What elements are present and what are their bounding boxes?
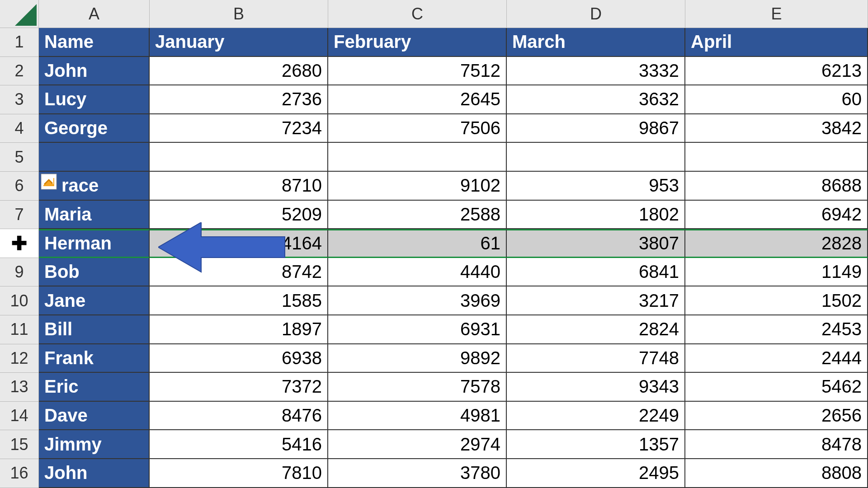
cell-c6[interactable]: 9102 <box>328 172 507 201</box>
row-header-6[interactable]: 6 <box>0 172 39 201</box>
cell-c12[interactable]: 9892 <box>328 344 507 373</box>
cell-e6[interactable]: 8688 <box>685 172 868 201</box>
cell-d11[interactable]: 2824 <box>507 315 685 344</box>
cell-d7[interactable]: 1802 <box>507 201 685 230</box>
cell-a13[interactable]: Eric <box>39 373 150 402</box>
row-header-4[interactable]: 4 <box>0 114 39 143</box>
cell-d6[interactable]: 953 <box>507 172 685 201</box>
cell-c4[interactable]: 7506 <box>328 114 507 143</box>
select-all-corner[interactable] <box>0 0 39 28</box>
cell-d16[interactable]: 2495 <box>507 459 685 488</box>
cell-b2[interactable]: 2680 <box>150 57 328 86</box>
cell-d8[interactable]: 3807 <box>507 229 685 258</box>
cell-b8[interactable]: 4164 <box>150 229 328 258</box>
cell-c8[interactable]: 61 <box>328 229 507 258</box>
cell-e15[interactable]: 8478 <box>685 430 868 459</box>
cell-b3[interactable]: 2736 <box>150 85 328 114</box>
row-header-7[interactable]: 7 <box>0 201 39 230</box>
cell-a10[interactable]: Jane <box>39 286 150 315</box>
cell-b6[interactable]: 8710 <box>150 172 328 201</box>
cell-c5[interactable] <box>328 143 507 172</box>
row-header-3[interactable]: 3 <box>0 85 39 114</box>
cell-e2[interactable]: 6213 <box>685 57 868 86</box>
cell-e8[interactable]: 2828 <box>685 229 868 258</box>
cell-a5[interactable] <box>39 143 150 172</box>
cell-c9[interactable]: 4440 <box>328 258 507 287</box>
row-header-11[interactable]: 11 <box>0 315 39 344</box>
column-header-e[interactable]: E <box>685 0 868 28</box>
cell-b16[interactable]: 7810 <box>150 459 328 488</box>
cell-a9[interactable]: Bob <box>39 258 150 287</box>
row-header-2[interactable]: 2 <box>0 57 39 86</box>
cell-c13[interactable]: 7578 <box>328 373 507 402</box>
cell-c3[interactable]: 2645 <box>328 85 507 114</box>
column-header-c[interactable]: C <box>328 0 507 28</box>
cell-b12[interactable]: 6938 <box>150 344 328 373</box>
cell-c15[interactable]: 2974 <box>328 430 507 459</box>
row-header-16[interactable]: 16 <box>0 459 39 488</box>
row-header-14[interactable]: 14 <box>0 402 39 431</box>
cell-c1[interactable]: February <box>328 28 507 57</box>
cell-a4[interactable]: George <box>39 114 150 143</box>
cell-b4[interactable]: 7234 <box>150 114 328 143</box>
cell-b1[interactable]: January <box>150 28 328 57</box>
cell-b13[interactable]: 7372 <box>150 373 328 402</box>
cell-b9[interactable]: 8742 <box>150 258 328 287</box>
cell-e14[interactable]: 2656 <box>685 402 868 431</box>
cell-d14[interactable]: 2249 <box>507 402 685 431</box>
cell-b11[interactable]: 1897 <box>150 315 328 344</box>
cell-c16[interactable]: 3780 <box>328 459 507 488</box>
cell-a8[interactable]: Herman <box>39 229 150 258</box>
row-header-8[interactable]: ✚ <box>0 229 39 258</box>
cell-d2[interactable]: 3332 <box>507 57 685 86</box>
column-header-d[interactable]: D <box>507 0 685 28</box>
cell-d9[interactable]: 6841 <box>507 258 685 287</box>
cell-b7[interactable]: 5209 <box>150 201 328 230</box>
cell-d10[interactable]: 3217 <box>507 286 685 315</box>
cell-c2[interactable]: 7512 <box>328 57 507 86</box>
cell-e4[interactable]: 3842 <box>685 114 868 143</box>
column-header-a[interactable]: A <box>39 0 150 28</box>
cell-b5[interactable] <box>150 143 328 172</box>
cell-c11[interactable]: 6931 <box>328 315 507 344</box>
cell-d3[interactable]: 3632 <box>507 85 685 114</box>
cell-c14[interactable]: 4981 <box>328 402 507 431</box>
row-header-15[interactable]: 15 <box>0 430 39 459</box>
cell-d4[interactable]: 9867 <box>507 114 685 143</box>
cell-a6[interactable]: race <box>39 172 150 201</box>
cell-a7[interactable]: Maria <box>39 201 150 230</box>
cell-b14[interactable]: 8476 <box>150 402 328 431</box>
cell-c10[interactable]: 3969 <box>328 286 507 315</box>
cell-d5[interactable] <box>507 143 685 172</box>
cell-d1[interactable]: March <box>507 28 685 57</box>
cell-a1[interactable]: Name <box>39 28 150 57</box>
row-header-13[interactable]: 13 <box>0 373 39 402</box>
row-header-1[interactable]: 1 <box>0 28 39 57</box>
cell-e13[interactable]: 5462 <box>685 373 868 402</box>
cell-a12[interactable]: Frank <box>39 344 150 373</box>
cell-e11[interactable]: 2453 <box>685 315 868 344</box>
cell-a2[interactable]: John <box>39 57 150 86</box>
cell-e16[interactable]: 8808 <box>685 459 868 488</box>
cell-e3[interactable]: 60 <box>685 85 868 114</box>
cell-d12[interactable]: 7748 <box>507 344 685 373</box>
paste-options-icon[interactable] <box>40 173 58 191</box>
row-header-9[interactable]: 9 <box>0 258 39 287</box>
row-header-12[interactable]: 12 <box>0 344 39 373</box>
cell-d13[interactable]: 9343 <box>507 373 685 402</box>
row-header-10[interactable]: 10 <box>0 286 39 315</box>
cell-e5[interactable] <box>685 143 868 172</box>
cell-a15[interactable]: Jimmy <box>39 430 150 459</box>
cell-a14[interactable]: Dave <box>39 402 150 431</box>
row-header-5[interactable]: 5 <box>0 143 39 172</box>
cell-b10[interactable]: 1585 <box>150 286 328 315</box>
cell-b15[interactable]: 5416 <box>150 430 328 459</box>
column-header-b[interactable]: B <box>150 0 328 28</box>
cell-e1[interactable]: April <box>685 28 868 57</box>
cell-e9[interactable]: 1149 <box>685 258 868 287</box>
cell-a3[interactable]: Lucy <box>39 85 150 114</box>
cell-d15[interactable]: 1357 <box>507 430 685 459</box>
cell-c7[interactable]: 2588 <box>328 201 507 230</box>
cell-a11[interactable]: Bill <box>39 315 150 344</box>
cell-e10[interactable]: 1502 <box>685 286 868 315</box>
